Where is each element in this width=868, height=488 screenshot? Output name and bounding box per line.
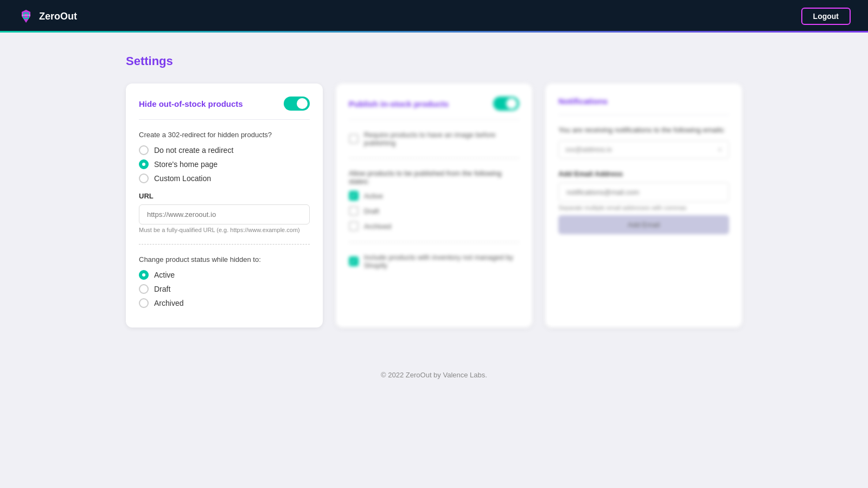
add-email-hint: Separate multiple email addresses with c… — [558, 204, 729, 211]
logo-icon — [17, 8, 35, 25]
url-input[interactable] — [139, 204, 310, 224]
email-value: xxx@address.io — [565, 146, 612, 153]
email-tag: xxx@address.io × — [558, 140, 729, 159]
state-archived-text: Archived — [364, 222, 392, 230]
publish-in-stock-card: Publish in-stock products Require produc… — [336, 84, 533, 328]
radio-circle-status-active — [139, 270, 149, 280]
state-active-text: Active — [364, 192, 383, 200]
card2-header: Publish in-stock products — [349, 97, 520, 120]
radio-label-no-redirect: Do not create a redirect — [154, 146, 233, 155]
redirect-radio-group: Do not create a redirect Store's home pa… — [139, 145, 310, 183]
state-active-checkbox — [349, 191, 359, 201]
radio-label-status-archived: Archived — [154, 299, 183, 307]
radio-no-redirect[interactable]: Do not create a redirect — [139, 145, 310, 155]
url-label: URL — [139, 192, 310, 200]
page-title: Settings — [126, 54, 742, 68]
state-active-label[interactable]: Active — [349, 191, 520, 201]
divider — [139, 244, 310, 245]
state-draft-text: Draft — [364, 207, 379, 215]
add-email-input[interactable] — [558, 182, 729, 202]
card1-header: Hide out-of-stock products — [139, 97, 310, 120]
add-email-button[interactable]: Add Email — [558, 215, 729, 234]
hide-out-of-stock-toggle[interactable] — [284, 97, 310, 111]
status-radio-group: Active Draft Archived — [139, 270, 310, 308]
toggle-slider-2 — [493, 97, 519, 111]
radio-label-status-draft: Draft — [154, 285, 170, 293]
hide-out-of-stock-card: Hide out-of-stock products Create a 302-… — [126, 84, 323, 328]
status-label: Change product status while hidden to: — [139, 255, 310, 264]
card2-title: Publish in-stock products — [349, 99, 449, 108]
footer: © 2022 ZeroOut by Valence Labs. — [0, 349, 868, 390]
receiving-label: You are receiving notifications to the f… — [558, 126, 729, 134]
navbar: ZeroOut Logout — [0, 0, 868, 33]
card2-divider — [349, 158, 520, 158]
radio-custom-location[interactable]: Custom Location — [139, 174, 310, 183]
include-unmanaged-checkbox — [349, 256, 359, 266]
radio-status-draft[interactable]: Draft — [139, 284, 310, 294]
state-draft-checkbox — [349, 206, 359, 216]
include-unmanaged-text: Include products with inventory not mana… — [364, 253, 520, 269]
radio-circle-custom-location — [139, 174, 149, 183]
cards-row: Hide out-of-stock products Create a 302-… — [126, 84, 742, 328]
footer-text: © 2022 ZeroOut by Valence Labs. — [381, 371, 487, 379]
state-archived-checkbox — [349, 221, 359, 231]
allow-states-label: Allow products to be published from the … — [349, 169, 520, 185]
add-email-label: Add Email Address — [558, 170, 729, 178]
state-archived-label[interactable]: Archived — [349, 221, 520, 231]
notifications-card: Notifications You are receiving notifica… — [545, 84, 742, 328]
logout-button[interactable]: Logout — [801, 8, 851, 25]
radio-label-home-page: Store's home page — [154, 160, 218, 169]
url-hint: Must be a fully-qualified URL (e.g. http… — [139, 227, 310, 233]
radio-circle-home-page — [139, 159, 149, 169]
radio-circle-status-archived — [139, 298, 149, 308]
radio-home-page[interactable]: Store's home page — [139, 159, 310, 169]
radio-circle-status-draft — [139, 284, 149, 294]
require-image-label: Require products to have an image before… — [364, 131, 520, 147]
radio-status-active[interactable]: Active — [139, 270, 310, 280]
toggle-slider — [284, 97, 310, 111]
redirect-question: Create a 302-redirect for hidden product… — [139, 131, 310, 139]
card3-title: Notifications — [558, 97, 608, 106]
radio-label-status-active: Active — [154, 271, 175, 279]
card2-divider2 — [349, 242, 520, 242]
state-draft-label[interactable]: Draft — [349, 206, 520, 216]
card1-title: Hide out-of-stock products — [139, 99, 243, 108]
logo: ZeroOut — [17, 8, 77, 25]
require-image-checkbox — [349, 134, 359, 144]
radio-status-archived[interactable]: Archived — [139, 298, 310, 308]
card3-header: Notifications — [558, 97, 729, 115]
radio-circle-no-redirect — [139, 145, 149, 155]
radio-label-custom-location: Custom Location — [154, 174, 211, 183]
publish-toggle[interactable] — [493, 97, 519, 111]
settings-page: Settings Hide out-of-stock products Crea… — [108, 33, 760, 349]
remove-email-icon[interactable]: × — [718, 145, 722, 154]
app-name: ZeroOut — [39, 11, 77, 22]
require-image-checkbox-label[interactable]: Require products to have an image before… — [349, 131, 520, 147]
include-unmanaged-label[interactable]: Include products with inventory not mana… — [349, 253, 520, 269]
